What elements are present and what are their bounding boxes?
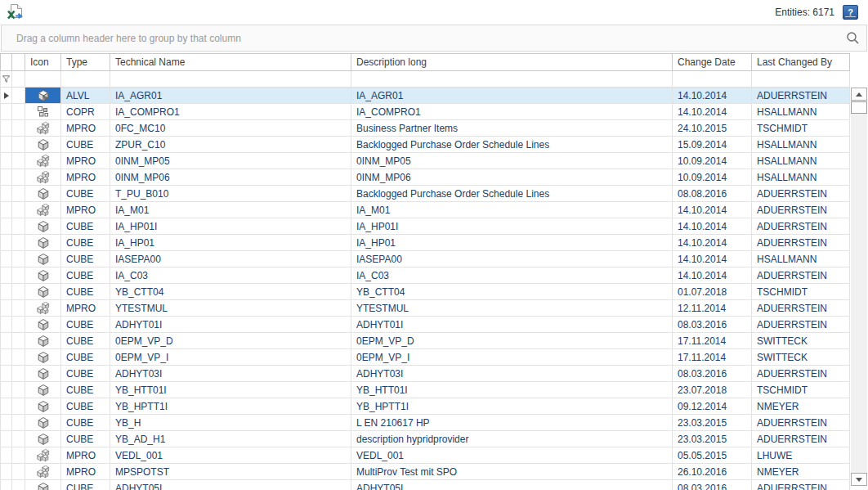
last-changed-by-cell[interactable]: HSALLMANN [752,153,850,169]
description-cell[interactable]: IA_C03 [351,267,673,284]
description-cell[interactable]: IA_COMPRO1 [351,104,673,120]
last-changed-by-cell[interactable]: ADUERRSTEIN [752,415,850,431]
technical-name-cell[interactable]: YB_AD_H1 [110,431,351,447]
table-row[interactable]: CUBE ADHYT03I ADHYT03I 08.03.2016 ADUERR… [0,366,850,382]
table-row[interactable]: COPR IA_COMPRO1 IA_COMPRO1 14.10.2014 HS… [0,104,850,120]
last-changed-by-cell[interactable]: ADUERRSTEIN [752,480,850,490]
type-icon-cell[interactable] [25,349,61,366]
table-row[interactable]: CUBE IA_HP01I IA_HP01I 14.10.2014 ADUERR… [0,218,850,235]
technical-name-cell[interactable]: YB_HPTT1I [110,398,351,415]
type-cell[interactable]: MPRO [61,153,110,169]
technical-name-cell[interactable]: IA_HP01 [110,235,351,251]
table-row[interactable]: CUBE ZPUR_C10 Backlogged Purchase Order … [0,137,850,153]
type-cell[interactable]: CUBE [61,480,110,490]
table-row[interactable]: CUBE 0EPM_VP_I 0EPM_VP_I 17.11.2014 SWIT… [0,349,850,366]
filter-input-last-changed-by[interactable] [752,71,850,88]
last-changed-by-cell[interactable]: HSALLMANN [752,169,850,186]
change-date-cell[interactable]: 23.03.2015 [673,415,752,431]
technical-name-cell[interactable]: ADHYT01I [110,317,351,333]
type-cell[interactable]: MPRO [61,169,110,186]
change-date-cell[interactable]: 14.10.2014 [673,235,752,251]
description-cell[interactable]: MultiProv Test mit SPO [351,464,673,480]
technical-name-cell[interactable]: IA_M01 [110,202,351,218]
type-icon-cell[interactable] [25,480,61,490]
type-cell[interactable]: CUBE [61,235,110,251]
description-cell[interactable]: Backlogged Purchase Order Schedule Lines [351,137,673,153]
change-date-cell[interactable]: 24.10.2015 [673,120,752,137]
technical-name-cell[interactable]: 0FC_MC10 [110,120,351,137]
last-changed-by-cell[interactable]: NMEYER [752,398,850,415]
change-date-cell[interactable]: 23.07.2018 [673,382,752,398]
last-changed-by-cell[interactable]: ADUERRSTEIN [752,218,850,235]
change-date-cell[interactable]: 17.11.2014 [673,333,752,349]
last-changed-by-cell[interactable]: ADUERRSTEIN [752,300,850,317]
filter-input-change-date[interactable] [673,71,752,88]
column-header-type[interactable]: Type [61,53,110,71]
last-changed-by-cell[interactable]: NMEYER [752,464,850,480]
type-icon-cell[interactable] [25,251,61,267]
vertical-scrollbar[interactable] [851,88,867,486]
table-row[interactable]: MPRO VEDL_001 VEDL_001 05.05.2015 LHUWE [0,447,850,464]
last-changed-by-cell[interactable]: ADUERRSTEIN [752,202,850,218]
technical-name-cell[interactable]: YB_H [110,415,351,431]
description-cell[interactable]: YB_HTT01I [351,382,673,398]
excel-export-button[interactable] [5,2,25,22]
change-date-cell[interactable]: 12.11.2014 [673,300,752,317]
type-icon-cell[interactable] [25,284,61,300]
table-row[interactable]: CUBE IA_HP01 IA_HP01 14.10.2014 ADUERRST… [0,235,850,251]
last-changed-by-cell[interactable]: HSALLMANN [752,137,850,153]
last-changed-by-cell[interactable]: TSCHMIDT [752,382,850,398]
type-cell[interactable]: CUBE [61,382,110,398]
description-cell[interactable]: ADHYT01I [351,317,673,333]
technical-name-cell[interactable]: ADHYT03I [110,366,351,382]
last-changed-by-cell[interactable]: SWITTECK [752,349,850,366]
technical-name-cell[interactable]: IA_COMPRO1 [110,104,351,120]
change-date-cell[interactable]: 23.03.2015 [673,431,752,447]
table-row[interactable]: ALVL IA_AGR01 IA_AGR01 14.10.2014 ADUERR… [0,88,850,104]
scroll-down-button[interactable] [851,473,867,486]
type-cell[interactable]: MPRO [61,300,110,317]
change-date-cell[interactable]: 08.08.2016 [673,186,752,202]
change-date-cell[interactable]: 10.09.2014 [673,153,752,169]
type-cell[interactable]: CUBE [61,349,110,366]
technical-name-cell[interactable]: 0INM_MP06 [110,169,351,186]
type-cell[interactable]: CUBE [61,431,110,447]
table-row[interactable]: MPRO YTESTMUL YTESTMUL 12.11.2014 ADUERR… [0,300,850,317]
change-date-cell[interactable]: 08.03.2016 [673,480,752,490]
table-row[interactable]: CUBE 0EPM_VP_D 0EPM_VP_D 17.11.2014 SWIT… [0,333,850,349]
technical-name-cell[interactable]: YTESTMUL [110,300,351,317]
column-header-technical-name[interactable]: Technical Name [110,53,351,71]
change-date-cell[interactable]: 01.07.2018 [673,284,752,300]
change-date-cell[interactable]: 14.10.2014 [673,218,752,235]
scrollbar-thumb[interactable] [851,101,867,114]
type-icon-cell[interactable] [25,415,61,431]
column-header-description-long[interactable]: Description long [351,53,673,71]
type-icon-cell[interactable] [25,153,61,169]
type-cell[interactable]: CUBE [61,284,110,300]
technical-name-cell[interactable]: YB_HTT01I [110,382,351,398]
last-changed-by-cell[interactable]: LHUWE [752,447,850,464]
type-cell[interactable]: MPRO [61,464,110,480]
technical-name-cell[interactable]: ZPUR_C10 [110,137,351,153]
last-changed-by-cell[interactable]: HSALLMANN [752,104,850,120]
type-icon-cell[interactable] [25,382,61,398]
last-changed-by-cell[interactable]: ADUERRSTEIN [752,235,850,251]
table-row[interactable]: CUBE T_PU_B010 Backlogged Purchase Order… [0,186,850,202]
type-cell[interactable]: COPR [61,104,110,120]
last-changed-by-cell[interactable]: SWITTECK [752,333,850,349]
type-cell[interactable]: CUBE [61,137,110,153]
type-icon-cell[interactable] [25,333,61,349]
last-changed-by-cell[interactable]: TSCHMIDT [752,284,850,300]
type-icon-cell[interactable] [25,366,61,382]
change-date-cell[interactable]: 26.10.2016 [673,464,752,480]
type-icon-cell[interactable] [25,218,61,235]
type-icon-cell[interactable] [25,169,61,186]
filter-input-icon[interactable] [25,71,61,88]
type-icon-cell[interactable] [25,398,61,415]
table-row[interactable]: CUBE IA_C03 IA_C03 14.10.2014 ADUERRSTEI… [0,267,850,284]
change-date-cell[interactable]: 14.10.2014 [673,267,752,284]
description-cell[interactable]: ADHYT05I [351,480,673,490]
type-icon-cell[interactable] [25,88,61,104]
description-cell[interactable]: YB_CTT04 [351,284,673,300]
last-changed-by-cell[interactable]: ADUERRSTEIN [752,186,850,202]
